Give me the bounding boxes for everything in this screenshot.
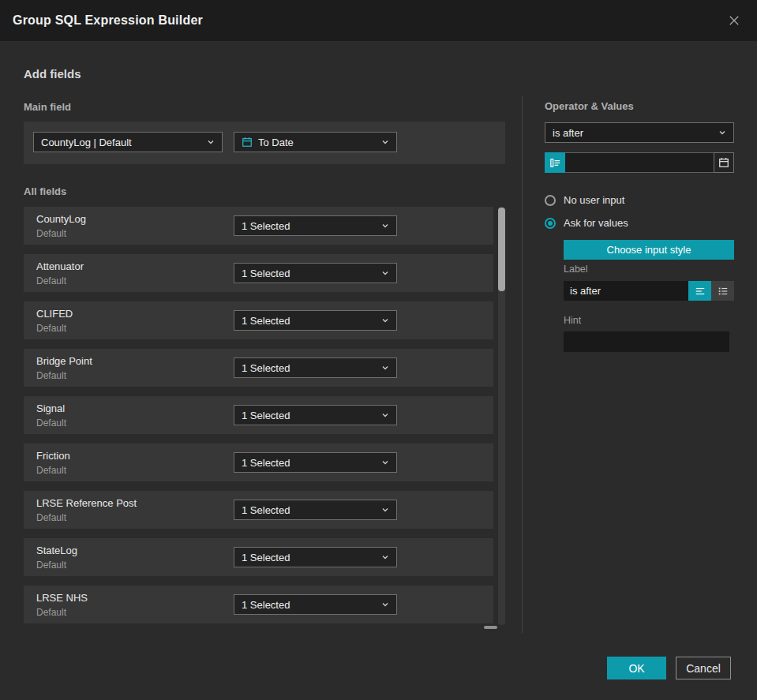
chevron-down-icon [381, 138, 389, 146]
column-divider [522, 96, 523, 633]
close-icon [729, 14, 740, 27]
operator-dropdown[interactable]: is after [545, 122, 734, 143]
label-input-row: is after [564, 281, 734, 301]
vertical-scrollbar-track[interactable] [498, 207, 505, 625]
chevron-down-icon [381, 601, 389, 608]
main-field-panel: CountyLog | Default To Date [24, 122, 505, 164]
main-field-dropdown[interactable]: CountyLog | Default [33, 132, 223, 152]
field-row: CLIFED Default 1 Selected [24, 301, 493, 339]
dropdown-value: 1 Selected [242, 552, 376, 563]
dropdown-value: is after [553, 127, 713, 139]
radio-icon-selected [545, 218, 556, 229]
field-source: Default [36, 370, 66, 381]
chevron-down-icon [718, 129, 726, 137]
dropdown-value: To Date [258, 137, 376, 148]
vertical-scrollbar-thumb[interactable] [498, 208, 505, 291]
dialog-header: Group SQL Expression Builder [0, 0, 757, 41]
operator-values-heading: Operator & Values [545, 100, 634, 112]
field-row: Attenuator Default 1 Selected [24, 254, 493, 292]
chevron-down-icon [381, 316, 389, 324]
calendar-icon [718, 157, 729, 168]
chevron-down-icon [207, 138, 215, 146]
field-selected-dropdown[interactable]: 1 Selected [234, 263, 397, 283]
chevron-down-icon [381, 364, 389, 372]
field-source: Default [36, 228, 66, 239]
field-row: Bridge Point Default 1 Selected [24, 349, 493, 387]
field-source: Default [36, 417, 66, 429]
field-selected-dropdown[interactable]: 1 Selected [234, 500, 397, 520]
field-name: LRSE NHS [36, 592, 88, 604]
field-source: Default [36, 607, 66, 618]
value-mode-button[interactable] [545, 152, 565, 173]
date-field-dropdown[interactable]: To Date [234, 132, 397, 152]
list-style-icon [718, 286, 729, 297]
calendar-icon [242, 137, 253, 148]
choose-input-style-button[interactable]: Choose input style [564, 240, 734, 260]
field-name: CLIFED [36, 308, 73, 320]
field-selected-dropdown[interactable]: 1 Selected [234, 547, 397, 567]
field-source: Default [36, 560, 66, 571]
field-row: LRSE Reference Post Default 1 Selected [24, 491, 493, 529]
hint-input[interactable] [564, 331, 729, 352]
main-field-heading: Main field [24, 101, 71, 113]
dropdown-value: 1 Selected [242, 362, 376, 374]
dropdown-value: 1 Selected [242, 220, 376, 232]
field-name: Signal [36, 402, 65, 414]
chevron-down-icon [381, 269, 389, 277]
hint-caption: Hint [564, 315, 581, 326]
cancel-button[interactable]: Cancel [676, 657, 731, 679]
field-selected-dropdown[interactable]: 1 Selected [234, 405, 397, 425]
all-fields-list: CountyLog Default 1 Selected Attenuator … [24, 207, 493, 623]
value-input-row [545, 152, 734, 173]
field-name: LRSE Reference Post [36, 497, 137, 509]
dialog-title: Group SQL Expression Builder [13, 13, 203, 28]
chevron-down-icon [381, 506, 389, 514]
field-name: StateLog [36, 545, 77, 556]
field-row: Signal Default 1 Selected [24, 396, 493, 434]
field-row: LRSE NHS Default 1 Selected [24, 586, 493, 623]
field-source: Default [36, 465, 66, 476]
dropdown-value: 1 Selected [242, 268, 376, 279]
field-source: Default [36, 512, 66, 523]
dropdown-value: 1 Selected [242, 410, 376, 421]
radio-no-user-input[interactable]: No user input [545, 194, 624, 206]
value-input[interactable] [565, 152, 714, 173]
single-line-style-button[interactable] [688, 281, 711, 301]
field-selected-dropdown[interactable]: 1 Selected [234, 310, 397, 331]
label-caption: Label [564, 264, 588, 275]
group-sql-expression-builder-dialog: Group SQL Expression Builder Add fields … [0, 0, 757, 700]
radio-label: Ask for values [564, 217, 628, 229]
field-row: CountyLog Default 1 Selected [24, 207, 493, 245]
dropdown-value: 1 Selected [242, 315, 376, 327]
value-list-icon [549, 157, 561, 169]
date-picker-button[interactable] [714, 152, 734, 173]
field-selected-dropdown[interactable]: 1 Selected [234, 594, 397, 615]
field-name: Attenuator [36, 260, 84, 272]
label-input[interactable]: is after [564, 281, 688, 301]
field-source: Default [36, 323, 66, 334]
chevron-down-icon [381, 553, 389, 561]
field-name: Friction [36, 450, 70, 462]
ok-button[interactable]: OK [607, 657, 666, 679]
dropdown-value: 1 Selected [242, 504, 376, 516]
close-button[interactable] [724, 10, 744, 31]
radio-label: No user input [564, 194, 624, 206]
field-name: Bridge Point [36, 355, 92, 367]
dropdown-value: 1 Selected [242, 599, 376, 611]
chevron-down-icon [381, 222, 389, 230]
radio-ask-for-values[interactable]: Ask for values [545, 217, 628, 229]
field-selected-dropdown[interactable]: 1 Selected [234, 215, 397, 236]
field-row: Friction Default 1 Selected [24, 444, 493, 481]
list-style-button[interactable] [711, 281, 734, 301]
horizontal-scrollbar-thumb[interactable] [484, 626, 497, 629]
align-left-icon [695, 286, 706, 297]
all-fields-heading: All fields [24, 185, 66, 197]
dropdown-value: CountyLog | Default [41, 137, 201, 148]
field-selected-dropdown[interactable]: 1 Selected [234, 452, 397, 473]
field-row: StateLog Default 1 Selected [24, 538, 493, 576]
chevron-down-icon [381, 459, 389, 466]
field-name: CountyLog [36, 213, 86, 225]
add-fields-heading: Add fields [24, 67, 81, 80]
chevron-down-icon [381, 411, 389, 419]
field-selected-dropdown[interactable]: 1 Selected [234, 357, 397, 378]
